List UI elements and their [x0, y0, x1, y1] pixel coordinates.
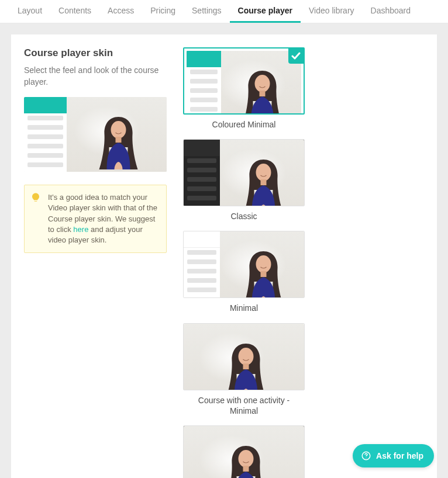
tab-layout[interactable]: Layout [9, 0, 50, 23]
tab-course-player[interactable]: Course player [230, 0, 301, 23]
hint-box: It's a good idea to match your Video pla… [24, 185, 167, 253]
skin-card-classic[interactable]: Classic [183, 139, 305, 221]
ask-for-help-button[interactable]: Ask for help [353, 444, 434, 467]
skin-label: Classic [230, 211, 257, 221]
svg-point-3 [366, 458, 366, 458]
skin-label: Minimal [230, 303, 258, 313]
skin-card-coloured-minimal[interactable]: Coloured Minimal [183, 47, 305, 130]
skin-title: Course player skin [24, 47, 167, 59]
skin-card-one-activity-dark[interactable]: Course with one activity - Dark [183, 425, 305, 478]
bulb-icon [30, 192, 41, 203]
skin-subtitle: Select the feel and look of the course p… [24, 65, 167, 88]
tab-dashboard[interactable]: Dashboard [363, 0, 419, 23]
top-nav: LayoutContentsAccessPricingSettingsCours… [0, 0, 448, 23]
skin-grid: Coloured Minimal Classic Minimal Course … [183, 47, 424, 478]
tab-contents[interactable]: Contents [50, 0, 99, 23]
hint-text: It's a good idea to match your Video pla… [48, 193, 157, 244]
tab-access[interactable]: Access [99, 0, 142, 23]
skin-label: Coloured Minimal [212, 119, 276, 130]
hint-link[interactable]: here [73, 225, 88, 234]
help-icon [361, 451, 371, 461]
skin-large-preview [24, 97, 167, 172]
skin-label: Course with one activity - Minimal [185, 395, 302, 416]
skin-card-one-activity-min[interactable]: Course with one activity - Minimal [183, 323, 305, 416]
tab-settings[interactable]: Settings [184, 0, 230, 23]
tab-pricing[interactable]: Pricing [142, 0, 184, 23]
check-icon [288, 49, 304, 64]
skin-card-minimal[interactable]: Minimal [183, 231, 305, 313]
skin-panel: Course player skin Select the feel and l… [11, 34, 437, 478]
tab-video-library[interactable]: Video library [301, 0, 363, 23]
